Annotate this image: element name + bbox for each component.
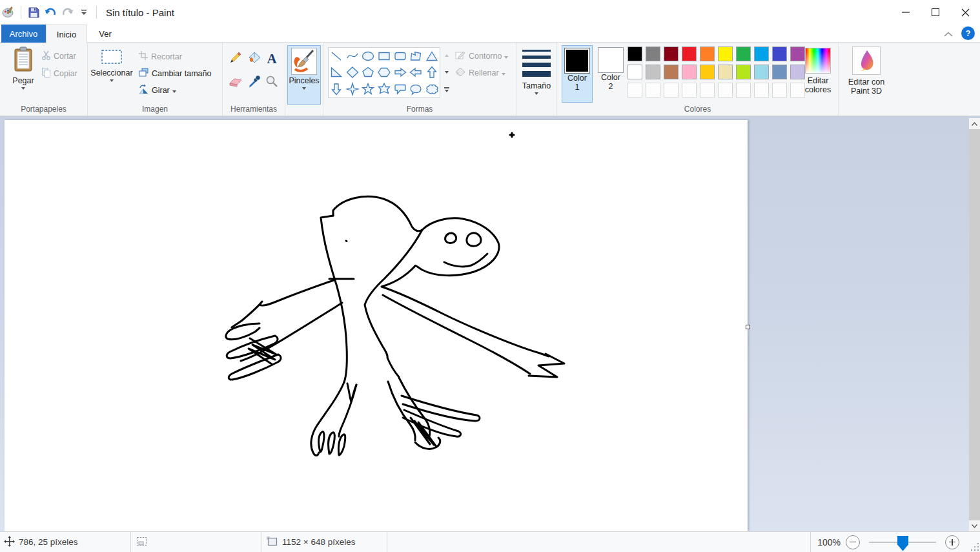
eraser-icon bbox=[229, 76, 243, 90]
shape-rectangle[interactable] bbox=[376, 48, 391, 64]
shapes-scroll-up-button[interactable] bbox=[442, 47, 451, 64]
resize-grip[interactable] bbox=[970, 542, 979, 551]
palette-swatch-r1-1[interactable] bbox=[646, 46, 660, 61]
eraser-tool[interactable] bbox=[227, 74, 244, 91]
scroll-up-button[interactable] bbox=[969, 118, 980, 129]
pencil-tool[interactable] bbox=[227, 50, 244, 67]
rotate-button[interactable]: Girar bbox=[138, 84, 176, 97]
palette-swatch-r2-8[interactable] bbox=[772, 65, 787, 79]
crop-label: Recortar bbox=[151, 52, 182, 61]
cut-button[interactable]: Cortar bbox=[41, 50, 76, 62]
select-button[interactable]: Seleccionar bbox=[90, 49, 133, 82]
color1-button[interactable]: Color 1 bbox=[562, 45, 593, 103]
palette-empty-slot[interactable] bbox=[700, 83, 715, 97]
palette-swatch-r2-1[interactable] bbox=[646, 65, 660, 79]
palette-swatch-r2-5[interactable] bbox=[718, 65, 733, 79]
shape-rounded-rectangle[interactable] bbox=[393, 48, 407, 64]
shapes-scroll-down-button[interactable] bbox=[442, 64, 451, 81]
zoom-slider-thumb[interactable] bbox=[897, 536, 908, 551]
palette-empty-slot[interactable] bbox=[664, 83, 679, 97]
resize-button[interactable]: Cambiar tamaño bbox=[138, 67, 211, 79]
undo-button[interactable] bbox=[42, 3, 59, 21]
palette-swatch-r1-5[interactable] bbox=[718, 46, 733, 61]
shape-right-triangle[interactable] bbox=[329, 65, 344, 80]
shape-pentagon[interactable] bbox=[361, 65, 376, 80]
paste-button[interactable]: Pegar bbox=[6, 46, 40, 90]
scroll-down-button[interactable] bbox=[969, 520, 980, 531]
collapse-ribbon-icon[interactable] bbox=[944, 28, 953, 40]
zoom-slider[interactable] bbox=[869, 542, 936, 543]
zoom-out-button[interactable] bbox=[846, 535, 860, 549]
shape-callout-cloud[interactable] bbox=[424, 81, 439, 97]
palette-swatch-r1-0[interactable] bbox=[628, 46, 642, 61]
palette-swatch-r2-2[interactable] bbox=[664, 65, 679, 79]
redo-button[interactable] bbox=[59, 3, 76, 21]
shape-fill-bucket-icon bbox=[455, 67, 466, 79]
canvas-resize-handle-right[interactable] bbox=[746, 325, 750, 329]
palette-empty-slot[interactable] bbox=[682, 83, 697, 97]
shape-arrow-right[interactable] bbox=[393, 65, 407, 80]
palette-empty-slot[interactable] bbox=[718, 83, 733, 97]
palette-swatch-r1-3[interactable] bbox=[682, 46, 697, 61]
shape-arrow-left[interactable] bbox=[409, 65, 424, 80]
outline-button[interactable]: Contorno bbox=[455, 50, 508, 62]
shape-hexagon[interactable] bbox=[376, 65, 391, 80]
shape-fill-button[interactable]: Rellenar bbox=[455, 67, 505, 79]
shapes-more-button[interactable] bbox=[442, 81, 451, 98]
brushes-button[interactable]: Pinceles bbox=[287, 45, 321, 105]
shape-triangle[interactable] bbox=[424, 48, 439, 64]
color-picker-tool[interactable] bbox=[246, 74, 263, 91]
color2-button[interactable]: Color 2 bbox=[595, 45, 626, 103]
palette-swatch-r1-8[interactable] bbox=[772, 46, 787, 61]
qat-separator bbox=[21, 6, 21, 19]
shape-polygon[interactable] bbox=[409, 48, 424, 64]
shape-curve[interactable] bbox=[345, 48, 360, 64]
palette-swatch-r2-7[interactable] bbox=[754, 65, 769, 79]
drawing-canvas[interactable] bbox=[5, 120, 748, 531]
edit-colors-button[interactable]: Editar colores bbox=[801, 48, 835, 94]
palette-empty-slot[interactable] bbox=[646, 83, 660, 97]
palette-empty-slot[interactable] bbox=[754, 83, 769, 97]
palette-swatch-r2-3[interactable] bbox=[682, 65, 697, 79]
fill-tool[interactable] bbox=[246, 50, 263, 67]
palette-empty-slot[interactable] bbox=[772, 83, 787, 97]
palette-swatch-r2-6[interactable] bbox=[736, 65, 751, 79]
palette-swatch-r2-0[interactable] bbox=[628, 65, 642, 79]
minimize-button[interactable] bbox=[891, 0, 921, 25]
palette-swatch-r1-7[interactable] bbox=[754, 46, 769, 61]
crop-button[interactable]: Recortar bbox=[138, 50, 182, 63]
shape-star-5[interactable] bbox=[361, 81, 376, 97]
size-button[interactable]: Tamaño bbox=[520, 48, 553, 95]
cursor-position-section: 786, 25 píxeles bbox=[0, 532, 131, 552]
palette-empty-slot[interactable] bbox=[736, 83, 751, 97]
tab-archivo[interactable]: Archivo bbox=[1, 25, 46, 43]
shape-line[interactable] bbox=[329, 48, 344, 64]
shape-star-4[interactable] bbox=[345, 81, 360, 97]
help-icon[interactable]: ? bbox=[961, 26, 975, 40]
maximize-button[interactable] bbox=[921, 0, 950, 25]
shape-arrow-up[interactable] bbox=[424, 65, 439, 80]
shape-star-6[interactable] bbox=[376, 81, 391, 97]
shape-arrow-down[interactable] bbox=[329, 81, 344, 97]
palette-swatch-r1-6[interactable] bbox=[736, 46, 751, 61]
vertical-scrollbar[interactable] bbox=[969, 118, 980, 531]
shape-ellipse[interactable] bbox=[361, 48, 376, 64]
shape-callout-rect[interactable] bbox=[393, 81, 407, 97]
palette-empty-slot[interactable] bbox=[628, 83, 642, 97]
shape-diamond[interactable] bbox=[345, 65, 360, 80]
qat-customize-dropdown[interactable] bbox=[76, 3, 92, 21]
tab-inicio[interactable]: Inicio bbox=[46, 25, 87, 43]
tab-ver[interactable]: Ver bbox=[87, 25, 123, 43]
text-tool[interactable]: A bbox=[263, 50, 280, 67]
edit-with-paint3d-button[interactable]: Editar con Paint 3D bbox=[850, 46, 883, 96]
close-button[interactable] bbox=[950, 0, 980, 25]
palette-swatch-r2-4[interactable] bbox=[700, 65, 715, 79]
palette-swatch-r1-4[interactable] bbox=[700, 46, 715, 61]
copy-button[interactable]: Copiar bbox=[41, 67, 77, 79]
palette-swatch-r1-2[interactable] bbox=[664, 46, 679, 61]
select-dropdown-caret bbox=[110, 79, 114, 82]
save-button[interactable] bbox=[25, 3, 42, 21]
magnifier-tool[interactable] bbox=[263, 74, 280, 91]
zoom-in-button[interactable] bbox=[945, 535, 959, 549]
shape-callout-oval[interactable] bbox=[409, 81, 424, 97]
